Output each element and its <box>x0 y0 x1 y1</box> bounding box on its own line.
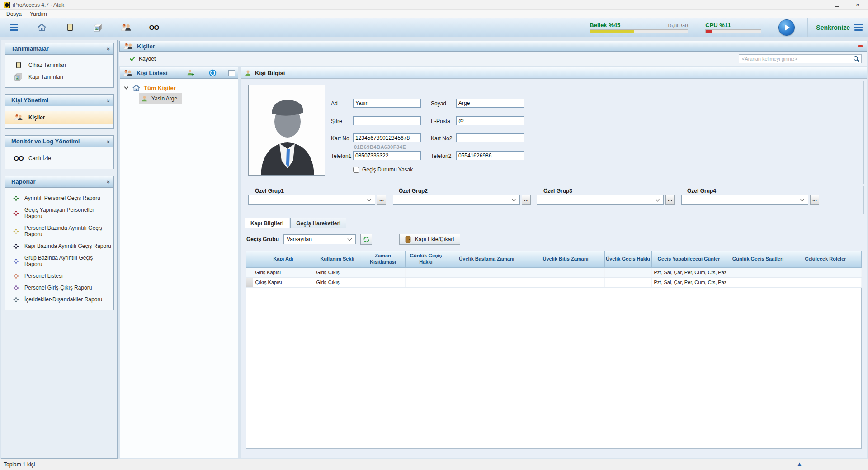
save-label: Kaydet <box>139 56 156 62</box>
column-header[interactable]: Kapı Adı <box>253 251 314 267</box>
add-person-icon[interactable] <box>187 69 194 77</box>
live-watch-button[interactable]: OO <box>140 18 168 37</box>
tree-root-row[interactable]: Tüm Kişiler <box>123 82 235 93</box>
kartno-field[interactable] <box>353 133 421 142</box>
panel-reports-header[interactable]: Raporlar » <box>5 176 113 188</box>
cell-gecis-saatleri <box>726 267 790 277</box>
collapse-chevron-icon[interactable]: » <box>105 140 112 142</box>
search-input[interactable] <box>739 54 862 63</box>
device-definitions-button[interactable] <box>56 18 84 37</box>
row-selector[interactable] <box>246 277 253 287</box>
item-label: Kişiler <box>28 114 45 121</box>
minimize-button[interactable] <box>806 0 826 10</box>
report-item-5[interactable]: Personel Listesi <box>5 270 113 282</box>
action-bar: Kaydet <box>119 52 867 66</box>
menu-dosya[interactable]: Dosya <box>3 11 25 17</box>
tree-person-item-selected[interactable]: Yasin Arge <box>139 93 182 104</box>
memory-bar-fill <box>590 30 634 33</box>
gecis-yasak-checkbox[interactable] <box>353 167 359 173</box>
menu-yardim[interactable]: Yardım <box>26 11 51 17</box>
report-item-7[interactable]: İçeridekiler-Dışarıdakiler Raporu <box>5 294 113 305</box>
person-info-panel: Kişi Bilgisi Ad Soyad Şifre E-Posta <box>241 67 867 458</box>
ad-field[interactable] <box>353 99 421 108</box>
row-selector[interactable] <box>246 267 253 277</box>
sidebar-item-cihaz-tanimlari[interactable]: Cihaz Tanımları <box>5 59 113 71</box>
synchronize-button[interactable]: Senkronize <box>807 18 868 37</box>
memory-bar <box>590 29 688 33</box>
column-header[interactable]: Üyelik Geçiş Hakkı <box>604 251 651 267</box>
soyad-field[interactable] <box>456 99 524 108</box>
report-diamond-icon <box>13 228 19 234</box>
hamburger-icon <box>10 23 18 32</box>
panel-person-management-header[interactable]: Kişi Yönetimi » <box>5 95 113 106</box>
collapse-chevron-icon[interactable]: » <box>105 47 112 50</box>
maximize-button[interactable] <box>826 0 847 10</box>
report-item-0[interactable]: Ayrıntılı Personel Geçiş Raporu <box>5 192 113 204</box>
ozel-grup4-browse-button[interactable]: ... <box>810 195 819 205</box>
collapse-section-icon[interactable] <box>858 45 863 47</box>
table-row[interactable]: Çıkış Kapısı Giriş-Çıkış Pzt, Sal, Çar, … <box>246 277 861 287</box>
report-item-3[interactable]: Kapı Bazında Ayrıntılı Geçiş Raporu <box>5 240 113 252</box>
gecis-grubu-select[interactable]: Varsayılan <box>283 234 356 244</box>
sidebar-item-kisiler[interactable]: Kişiler <box>5 111 113 124</box>
column-header[interactable]: Üyelik Başlama Zamanı <box>447 251 527 267</box>
close-button[interactable]: × <box>847 0 868 10</box>
field-label-kartno: Kart No <box>331 135 349 142</box>
tree-root-label[interactable]: Tüm Kişiler <box>144 85 176 91</box>
refresh-access-group-button[interactable] <box>360 234 372 245</box>
collapse-chevron-icon[interactable]: » <box>105 180 112 183</box>
ozel-grup3-select[interactable] <box>537 195 664 205</box>
column-header[interactable]: Üyelik Bitiş Zamanı <box>527 251 604 267</box>
column-header[interactable]: Günlük Geçiş Hakkı <box>405 251 447 267</box>
ozel-grup1-select[interactable] <box>248 195 375 205</box>
ozel-grup3-browse-button[interactable]: ... <box>665 195 675 205</box>
start-service-button[interactable] <box>778 19 795 36</box>
report-item-2[interactable]: Personel Bazında Ayrıntılı Geçiş Raporu <box>5 222 113 240</box>
report-item-4[interactable]: Grup Bazında Ayrıntılı Geçiş Raporu <box>5 252 113 270</box>
sidebar-item-canli-izle[interactable]: OO Canlı İzle <box>5 152 113 164</box>
menu-toggle-button[interactable] <box>0 18 28 37</box>
main-toolbar: OO Bellek %45 15,88 GB CPU %11 Senkroniz… <box>0 18 868 37</box>
home-button[interactable] <box>28 18 56 37</box>
telefon1-field[interactable] <box>353 151 421 160</box>
persons-button[interactable] <box>112 18 140 37</box>
ozel-grup4-select[interactable] <box>681 195 808 205</box>
report-item-6[interactable]: Personel Giriş-Çıkış Raporu <box>5 282 113 294</box>
column-header[interactable]: Günlük Geçiş Saatleri <box>726 251 790 267</box>
report-diamond-icon <box>13 210 19 216</box>
collapse-panel-icon[interactable] <box>228 70 235 76</box>
ozel-grup2-select[interactable] <box>393 195 520 205</box>
sifre-field[interactable] <box>353 116 421 125</box>
panel-definitions-header[interactable]: Tanımlamalar » <box>5 43 113 55</box>
panel-monitor-log-header[interactable]: Monitör ve Log Yönetimi » <box>5 136 113 147</box>
kartno2-field[interactable] <box>456 133 524 142</box>
telefon2-field[interactable] <box>456 151 524 160</box>
column-header[interactable]: Kullanım Şekli <box>314 251 361 267</box>
ozel-grup1-browse-button[interactable]: ... <box>377 195 386 205</box>
synchronize-label: Senkronize <box>816 24 850 31</box>
report-diamond-icon <box>13 258 19 264</box>
search-icon[interactable] <box>853 56 860 62</box>
collapse-chevron-icon[interactable]: » <box>105 99 112 101</box>
chevron-down-icon[interactable] <box>124 85 129 90</box>
sidebar-item-kapi-tanimlari[interactable]: Kapı Tanımları <box>5 71 113 83</box>
save-button[interactable]: Kaydet <box>125 54 162 63</box>
scroll-up-icon[interactable]: ▲ <box>797 461 802 467</box>
column-header[interactable]: Zaman Kısıtlaması <box>361 251 405 267</box>
refresh-icon[interactable] <box>209 69 217 77</box>
tab-gecis-hareketleri[interactable]: Geçiş Hareketleri <box>290 218 346 228</box>
report-label: Personel Bazında Ayrıntılı Geçiş Raporu <box>24 225 112 237</box>
eposta-field[interactable] <box>456 116 524 125</box>
column-header[interactable]: Geçiş Yapabileceği Günler <box>651 251 726 267</box>
ozel-grup2-browse-button[interactable]: ... <box>522 195 531 205</box>
panel-title: Kişi Yönetimi <box>11 97 48 104</box>
tab-kapi-bilgileri[interactable]: Kapı Bilgileri <box>245 218 289 228</box>
person-list-header: Kişi Listesi <box>120 67 238 79</box>
report-item-1[interactable]: Geçiş Yapmayan Personeller Raporu <box>5 204 113 222</box>
table-row[interactable]: Giriş Kapısı Giriş-Çıkış Pzt, Sal, Çar, … <box>246 267 861 277</box>
person-photo[interactable] <box>248 85 326 176</box>
kapi-ekle-cikart-button[interactable]: Kapı Ekle/Çıkart <box>399 234 460 245</box>
column-header[interactable]: Çekilecek Röleler <box>790 251 861 267</box>
item-label: Canlı İzle <box>28 155 51 161</box>
door-definitions-button[interactable] <box>84 18 112 37</box>
